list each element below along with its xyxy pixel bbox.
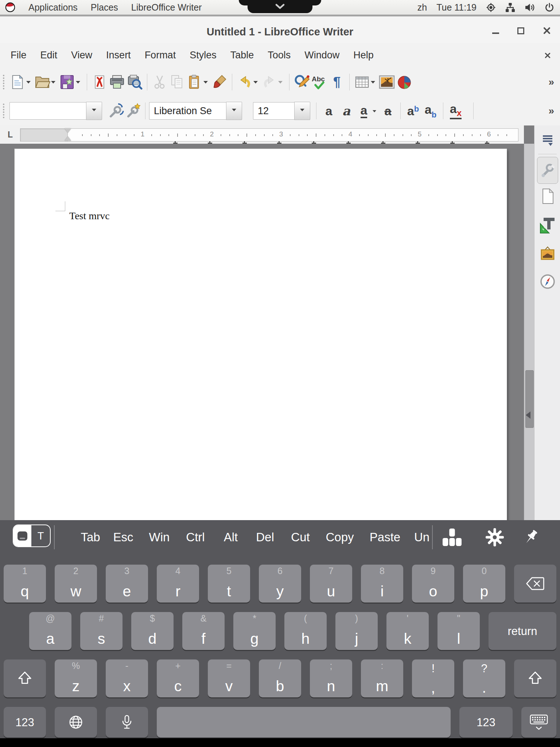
close-document-button[interactable] [544,52,551,59]
text-mode-segment[interactable]: T [31,525,50,546]
tab-type-selector[interactable]: L [4,128,17,141]
key-p[interactable]: 0p [463,565,505,603]
key-y[interactable]: 6y [259,565,301,603]
clear-formatting-button[interactable]: ax [447,101,464,121]
sidebar-tab-properties[interactable] [537,157,558,184]
key-m[interactable]: :m [361,659,403,697]
sidebar-collapse-arrow[interactable] [526,411,530,419]
print-preview-button[interactable] [126,72,143,92]
screen-share-icon[interactable] [486,3,496,12]
sidebar-tab-page[interactable] [540,188,555,205]
applications-menu[interactable]: Applications [28,2,78,13]
italic-button[interactable]: a [338,101,355,121]
ruler-margin-area[interactable] [20,128,68,142]
open-dropdown-arrow[interactable] [51,81,55,86]
subscript-button[interactable]: ab [422,101,439,121]
font-name-combobox[interactable] [149,102,226,120]
page[interactable]: Test mrvc [15,149,507,520]
underline-dropdown-arrow[interactable] [373,110,376,115]
find-replace-button[interactable] [293,72,311,92]
vertical-scrollbar[interactable] [524,144,534,520]
space-key[interactable] [157,707,451,738]
shortcut-key-paste[interactable]: Paste [370,530,400,544]
paragraph-style-combobox[interactable] [9,102,86,120]
shortcut-key-del[interactable]: Del [256,530,274,544]
key-s[interactable]: #s [80,612,122,650]
copy-button[interactable] [168,72,186,92]
comma-key[interactable]: !, [412,659,454,697]
menu-format[interactable]: Format [138,47,183,64]
export-pdf-button[interactable] [91,72,108,92]
period-key[interactable]: ?. [463,659,505,697]
min-button[interactable] [492,32,499,34]
key-w[interactable]: 2w [55,565,97,603]
shortcut-key-esc[interactable]: Esc [113,530,133,544]
menu-insert[interactable]: Insert [99,47,138,64]
menu-window[interactable]: Window [298,47,346,64]
shift-key-left[interactable] [4,659,46,697]
font-size-dropdown-button[interactable] [294,102,310,120]
numbers-key-right[interactable]: 123 [459,707,513,738]
document-canvas[interactable]: Test mrvc [0,144,524,520]
pin-keyboard-button[interactable] [522,529,539,546]
bold-button[interactable]: a [320,101,338,121]
return-key[interactable]: return [489,612,556,650]
keyboard-settings-button[interactable] [485,528,504,547]
save-button[interactable] [58,72,76,92]
sidebar-tab-styles[interactable] [539,216,556,234]
sidebar-tab-gallery[interactable] [540,246,556,262]
key-k[interactable]: 'k [386,612,429,650]
clock[interactable]: Tue 11:19 [436,2,477,13]
menu-edit[interactable]: Edit [34,47,65,64]
ruler-scale[interactable]: 123456 [67,128,518,142]
window-title-bar[interactable]: Untitled 1 - LibreOffice Writer [0,15,560,45]
key-d[interactable]: $d [131,612,174,650]
paste-button[interactable] [186,72,203,92]
print-button[interactable] [108,72,126,92]
insert-chart-button[interactable] [396,72,413,92]
input-method-indicator[interactable]: zh [417,2,427,13]
numbers-key-left[interactable]: 123 [4,707,46,738]
globe-key[interactable] [55,707,97,738]
paragraph-style-dropdown-button[interactable] [86,102,102,120]
key-l[interactable]: "l [438,612,480,650]
pointer-mode-segment[interactable] [13,525,31,546]
open-button[interactable] [34,72,51,92]
close-button[interactable] [542,26,551,35]
key-z[interactable]: %z [55,659,97,697]
insert-table-button[interactable] [353,72,371,92]
spell-check-button[interactable]: Abc [311,72,328,92]
dismiss-keyboard-key[interactable] [521,707,556,738]
remote-session-menu-notch[interactable] [248,0,312,13]
redo-dropdown-arrow[interactable] [278,81,283,86]
new-style-button[interactable] [125,101,142,121]
underline-button[interactable]: a [355,101,373,121]
sidebar-tab-navigator[interactable] [539,273,556,290]
input-mode-toggle[interactable]: T [13,525,51,547]
key-q[interactable]: 1q [4,565,46,603]
backspace-key[interactable] [514,565,556,603]
toolbar-overflow-button[interactable]: » [548,105,554,117]
scrollbar-thumb[interactable] [525,370,534,428]
new-document-dropdown-arrow[interactable] [26,81,31,86]
font-size-combobox[interactable] [253,102,294,120]
key-g[interactable]: *g [233,612,276,650]
shortcut-key-tab[interactable]: Tab [81,530,100,544]
key-v[interactable]: =v [208,659,250,697]
key-n[interactable]: ;n [310,659,352,697]
key-u[interactable]: 7u [310,565,352,603]
toolbar-grip[interactable] [3,104,4,118]
key-c[interactable]: +c [157,659,199,697]
shortcut-key-ctrl[interactable]: Ctrl [186,530,205,544]
key-x[interactable]: -x [106,659,148,697]
key-t[interactable]: 5t [208,565,250,603]
update-style-button[interactable] [107,101,125,121]
menu-styles[interactable]: Styles [183,47,223,64]
menu-help[interactable]: Help [346,47,381,64]
horizontal-ruler[interactable]: L 123456 [0,125,524,144]
toolbar-grip[interactable] [3,75,4,89]
distro-logo-icon[interactable] [5,2,15,12]
shortcut-key-win[interactable]: Win [149,530,170,544]
undo-dropdown-arrow[interactable] [253,81,258,86]
network-icon[interactable] [505,3,515,12]
